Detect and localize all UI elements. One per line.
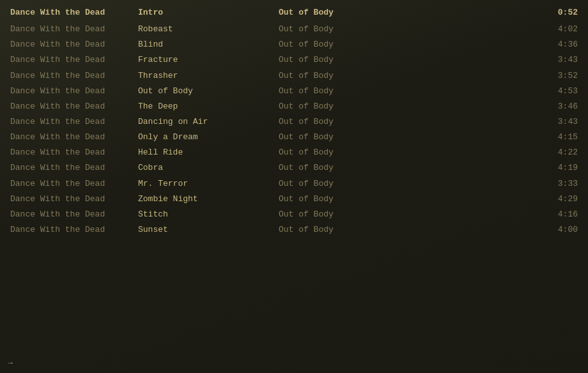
- track-duration: 4:16: [558, 208, 578, 221]
- header-duration: 0:52: [558, 6, 578, 19]
- track-title: The Deep: [138, 100, 279, 113]
- track-duration: 4:02: [558, 23, 578, 36]
- table-row[interactable]: Dance With the Dead The Deep Out of Body…: [0, 99, 588, 114]
- track-title: Dancing on Air: [138, 116, 279, 128]
- track-album: Out of Body: [279, 70, 406, 82]
- track-title: Blind: [138, 38, 279, 51]
- track-album: Out of Body: [279, 178, 406, 190]
- track-title: Mr. Terror: [138, 178, 279, 190]
- table-row[interactable]: Dance With the Dead Robeast Out of Body …: [0, 22, 588, 37]
- table-row[interactable]: Dance With the Dead Cobra Out of Body 4:…: [0, 160, 588, 176]
- table-row[interactable]: Dance With the Dead Mr. Terror Out of Bo…: [0, 176, 588, 192]
- track-album: Out of Body: [279, 193, 406, 206]
- track-duration: 3:43: [558, 116, 578, 128]
- track-title: Only a Dream: [138, 131, 279, 144]
- track-artist: Dance With the Dead: [10, 116, 138, 128]
- table-row[interactable]: Dance With the Dead Fracture Out of Body…: [0, 52, 588, 68]
- table-row[interactable]: Dance With the Dead Only a Dream Out of …: [0, 130, 588, 145]
- track-duration: 4:29: [558, 193, 578, 206]
- track-album: Out of Body: [279, 100, 406, 113]
- track-artist: Dance With the Dead: [10, 85, 138, 98]
- track-artist: Dance With the Dead: [10, 100, 138, 113]
- table-row[interactable]: Dance With the Dead Stitch Out of Body 4…: [0, 207, 588, 222]
- track-artist: Dance With the Dead: [10, 38, 138, 51]
- track-album: Out of Body: [279, 162, 406, 174]
- header-artist: Dance With the Dead: [10, 6, 138, 19]
- header-title: Intro: [138, 6, 279, 19]
- track-duration: 4:36: [558, 38, 578, 51]
- track-title: Fracture: [138, 54, 279, 66]
- track-title: Thrasher: [138, 70, 279, 82]
- table-row[interactable]: Dance With the Dead Hell Ride Out of Bod…: [0, 145, 588, 160]
- table-row[interactable]: Dance With the Dead Out of Body Out of B…: [0, 84, 588, 99]
- track-title: Robeast: [138, 23, 279, 36]
- track-album: Out of Body: [279, 146, 406, 159]
- track-duration: 4:53: [558, 85, 578, 98]
- track-artist: Dance With the Dead: [10, 146, 138, 159]
- track-artist: Dance With the Dead: [10, 208, 138, 221]
- track-artist: Dance With the Dead: [10, 70, 138, 82]
- track-duration: 3:33: [558, 178, 578, 190]
- track-album: Out of Body: [279, 131, 406, 144]
- track-artist: Dance With the Dead: [10, 23, 138, 36]
- track-duration: 4:00: [558, 224, 578, 236]
- track-album: Out of Body: [279, 38, 406, 51]
- table-row[interactable]: Dance With the Dead Thrasher Out of Body…: [0, 68, 588, 84]
- track-artist: Dance With the Dead: [10, 162, 138, 174]
- track-title: Sunset: [138, 224, 279, 236]
- track-list: Dance With the Dead Intro Out of Body 0:…: [0, 0, 588, 243]
- track-title: Out of Body: [138, 85, 279, 98]
- track-album: Out of Body: [279, 85, 406, 98]
- table-row[interactable]: Dance With the Dead Dancing on Air Out o…: [0, 114, 588, 130]
- track-artist: Dance With the Dead: [10, 193, 138, 206]
- track-duration: 3:46: [558, 100, 578, 113]
- track-album: Out of Body: [279, 208, 406, 221]
- track-duration: 4:15: [558, 131, 578, 144]
- track-duration: 3:43: [558, 54, 578, 66]
- track-title: Stitch: [138, 208, 279, 221]
- track-artist: Dance With the Dead: [10, 54, 138, 66]
- track-list-header: Dance With the Dead Intro Out of Body 0:…: [0, 5, 588, 20]
- track-album: Out of Body: [279, 224, 406, 236]
- table-row[interactable]: Dance With the Dead Sunset Out of Body 4…: [0, 222, 588, 238]
- track-duration: 3:52: [558, 70, 578, 82]
- track-artist: Dance With the Dead: [10, 131, 138, 144]
- track-duration: 4:22: [558, 146, 578, 159]
- header-album: Out of Body: [279, 6, 406, 19]
- track-artist: Dance With the Dead: [10, 224, 138, 236]
- track-title: Hell Ride: [138, 146, 279, 159]
- table-row[interactable]: Dance With the Dead Blind Out of Body 4:…: [0, 37, 588, 52]
- track-album: Out of Body: [279, 54, 406, 66]
- track-duration: 4:19: [558, 162, 578, 174]
- track-title: Cobra: [138, 162, 279, 174]
- track-album: Out of Body: [279, 23, 406, 36]
- bottom-arrow: →: [8, 358, 13, 368]
- track-title: Zombie Night: [138, 193, 279, 206]
- track-artist: Dance With the Dead: [10, 178, 138, 190]
- track-album: Out of Body: [279, 116, 406, 128]
- table-row[interactable]: Dance With the Dead Zombie Night Out of …: [0, 192, 588, 207]
